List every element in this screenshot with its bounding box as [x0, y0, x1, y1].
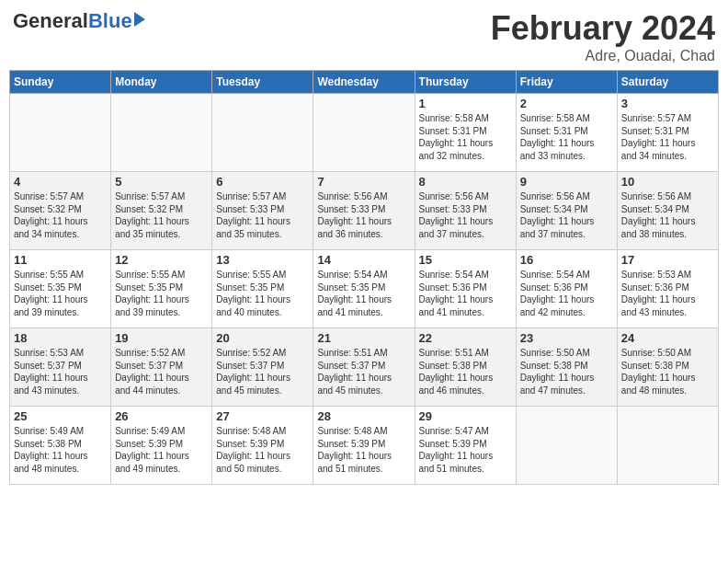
calendar-header-row: SundayMondayTuesdayWednesdayThursdayFrid…	[10, 71, 719, 94]
day-number: 7	[317, 175, 410, 189]
week-row-1: 1Sunrise: 5:58 AM Sunset: 5:31 PM Daylig…	[10, 94, 719, 172]
day-info: Sunrise: 5:54 AM Sunset: 5:35 PM Dayligh…	[317, 269, 410, 318]
calendar-cell: 26Sunrise: 5:49 AM Sunset: 5:39 PM Dayli…	[111, 407, 212, 485]
day-number: 2	[520, 97, 613, 110]
day-number: 27	[216, 409, 309, 423]
day-info: Sunrise: 5:52 AM Sunset: 5:37 PM Dayligh…	[216, 347, 309, 396]
day-number: 28	[317, 409, 410, 423]
day-number: 18	[14, 331, 107, 345]
calendar-cell: 2Sunrise: 5:58 AM Sunset: 5:31 PM Daylig…	[516, 94, 617, 172]
day-info: Sunrise: 5:58 AM Sunset: 5:31 PM Dayligh…	[520, 112, 613, 162]
calendar-cell: 28Sunrise: 5:48 AM Sunset: 5:39 PM Dayli…	[313, 407, 415, 485]
calendar-cell: 27Sunrise: 5:48 AM Sunset: 5:39 PM Dayli…	[212, 407, 313, 485]
calendar-cell: 25Sunrise: 5:49 AM Sunset: 5:38 PM Dayli…	[10, 407, 111, 485]
calendar-cell: 16Sunrise: 5:54 AM Sunset: 5:36 PM Dayli…	[516, 250, 617, 328]
day-info: Sunrise: 5:56 AM Sunset: 5:33 PM Dayligh…	[317, 190, 410, 240]
day-number: 4	[14, 175, 107, 189]
day-number: 16	[520, 253, 613, 267]
day-info: Sunrise: 5:50 AM Sunset: 5:38 PM Dayligh…	[621, 347, 714, 396]
calendar-cell: 17Sunrise: 5:53 AM Sunset: 5:36 PM Dayli…	[617, 250, 718, 328]
logo: General Blue	[13, 9, 145, 33]
calendar-cell: 20Sunrise: 5:52 AM Sunset: 5:37 PM Dayli…	[212, 328, 313, 407]
day-info: Sunrise: 5:55 AM Sunset: 5:35 PM Dayligh…	[216, 269, 309, 318]
logo-general-text: General	[13, 9, 88, 33]
day-number: 6	[216, 175, 309, 189]
day-info: Sunrise: 5:57 AM Sunset: 5:32 PM Dayligh…	[115, 190, 208, 240]
day-number: 22	[419, 331, 512, 345]
week-row-2: 4Sunrise: 5:57 AM Sunset: 5:32 PM Daylig…	[10, 172, 719, 250]
calendar-cell	[516, 407, 617, 485]
calendar-cell: 8Sunrise: 5:56 AM Sunset: 5:33 PM Daylig…	[415, 172, 516, 250]
day-info: Sunrise: 5:49 AM Sunset: 5:38 PM Dayligh…	[14, 425, 107, 475]
day-info: Sunrise: 5:58 AM Sunset: 5:31 PM Dayligh…	[419, 112, 512, 162]
calendar-cell	[212, 94, 313, 172]
calendar-cell: 10Sunrise: 5:56 AM Sunset: 5:34 PM Dayli…	[617, 172, 718, 250]
header-sunday: Sunday	[10, 71, 111, 94]
day-info: Sunrise: 5:51 AM Sunset: 5:37 PM Dayligh…	[317, 347, 410, 396]
day-info: Sunrise: 5:48 AM Sunset: 5:39 PM Dayligh…	[317, 425, 410, 475]
calendar-cell: 11Sunrise: 5:55 AM Sunset: 5:35 PM Dayli…	[10, 250, 111, 328]
week-row-3: 11Sunrise: 5:55 AM Sunset: 5:35 PM Dayli…	[10, 250, 719, 328]
calendar-cell	[111, 94, 212, 172]
calendar-cell: 22Sunrise: 5:51 AM Sunset: 5:38 PM Dayli…	[415, 328, 516, 407]
day-info: Sunrise: 5:56 AM Sunset: 5:34 PM Dayligh…	[520, 190, 613, 240]
day-info: Sunrise: 5:48 AM Sunset: 5:39 PM Dayligh…	[216, 425, 309, 475]
calendar-table: SundayMondayTuesdayWednesdayThursdayFrid…	[9, 70, 719, 485]
calendar-cell: 13Sunrise: 5:55 AM Sunset: 5:35 PM Dayli…	[212, 250, 313, 328]
day-number: 11	[14, 253, 107, 267]
day-number: 25	[14, 409, 107, 423]
calendar-cell: 19Sunrise: 5:52 AM Sunset: 5:37 PM Dayli…	[111, 328, 212, 407]
day-info: Sunrise: 5:55 AM Sunset: 5:35 PM Dayligh…	[115, 269, 208, 318]
week-row-5: 25Sunrise: 5:49 AM Sunset: 5:38 PM Dayli…	[10, 407, 719, 485]
day-info: Sunrise: 5:52 AM Sunset: 5:37 PM Dayligh…	[115, 347, 208, 396]
calendar-cell: 14Sunrise: 5:54 AM Sunset: 5:35 PM Dayli…	[313, 250, 415, 328]
header-monday: Monday	[111, 71, 212, 94]
day-number: 24	[621, 331, 714, 345]
day-number: 14	[317, 253, 410, 267]
calendar-cell: 1Sunrise: 5:58 AM Sunset: 5:31 PM Daylig…	[415, 94, 516, 172]
day-number: 17	[621, 253, 714, 267]
day-info: Sunrise: 5:49 AM Sunset: 5:39 PM Dayligh…	[115, 425, 208, 475]
day-number: 1	[419, 97, 512, 110]
calendar-cell: 9Sunrise: 5:56 AM Sunset: 5:34 PM Daylig…	[516, 172, 617, 250]
day-number: 5	[115, 175, 208, 189]
header-saturday: Saturday	[617, 71, 718, 94]
day-number: 23	[520, 331, 613, 345]
week-row-4: 18Sunrise: 5:53 AM Sunset: 5:37 PM Dayli…	[10, 328, 719, 407]
day-info: Sunrise: 5:57 AM Sunset: 5:31 PM Dayligh…	[621, 112, 714, 162]
day-info: Sunrise: 5:53 AM Sunset: 5:37 PM Dayligh…	[14, 347, 107, 396]
day-info: Sunrise: 5:57 AM Sunset: 5:32 PM Dayligh…	[14, 190, 107, 240]
day-number: 13	[216, 253, 309, 267]
title-section: February 2024 Adre, Ouadai, Chad	[491, 9, 715, 64]
day-info: Sunrise: 5:50 AM Sunset: 5:38 PM Dayligh…	[520, 347, 613, 396]
calendar-cell: 4Sunrise: 5:57 AM Sunset: 5:32 PM Daylig…	[10, 172, 111, 250]
day-number: 19	[115, 331, 208, 345]
page-header: General Blue February 2024 Adre, Ouadai,…	[9, 9, 719, 64]
day-number: 20	[216, 331, 309, 345]
calendar-cell: 21Sunrise: 5:51 AM Sunset: 5:37 PM Dayli…	[313, 328, 415, 407]
calendar-cell: 6Sunrise: 5:57 AM Sunset: 5:33 PM Daylig…	[212, 172, 313, 250]
calendar-cell: 3Sunrise: 5:57 AM Sunset: 5:31 PM Daylig…	[617, 94, 718, 172]
day-info: Sunrise: 5:47 AM Sunset: 5:39 PM Dayligh…	[419, 425, 512, 475]
logo-arrow-icon	[134, 12, 145, 27]
day-info: Sunrise: 5:56 AM Sunset: 5:34 PM Dayligh…	[621, 190, 714, 240]
calendar-cell: 24Sunrise: 5:50 AM Sunset: 5:38 PM Dayli…	[617, 328, 718, 407]
calendar-cell	[617, 407, 718, 485]
location-title: Adre, Ouadai, Chad	[491, 48, 715, 64]
day-info: Sunrise: 5:57 AM Sunset: 5:33 PM Dayligh…	[216, 190, 309, 240]
month-title: February 2024	[491, 9, 715, 48]
calendar-cell: 12Sunrise: 5:55 AM Sunset: 5:35 PM Dayli…	[111, 250, 212, 328]
calendar-cell: 18Sunrise: 5:53 AM Sunset: 5:37 PM Dayli…	[10, 328, 111, 407]
day-number: 9	[520, 175, 613, 189]
day-info: Sunrise: 5:51 AM Sunset: 5:38 PM Dayligh…	[419, 347, 512, 396]
day-info: Sunrise: 5:53 AM Sunset: 5:36 PM Dayligh…	[621, 269, 714, 318]
day-number: 21	[317, 331, 410, 345]
day-number: 15	[419, 253, 512, 267]
day-number: 10	[621, 175, 714, 189]
header-wednesday: Wednesday	[313, 71, 415, 94]
day-info: Sunrise: 5:54 AM Sunset: 5:36 PM Dayligh…	[520, 269, 613, 318]
day-number: 12	[115, 253, 208, 267]
day-number: 3	[621, 97, 714, 110]
header-friday: Friday	[516, 71, 617, 94]
day-number: 29	[419, 409, 512, 423]
